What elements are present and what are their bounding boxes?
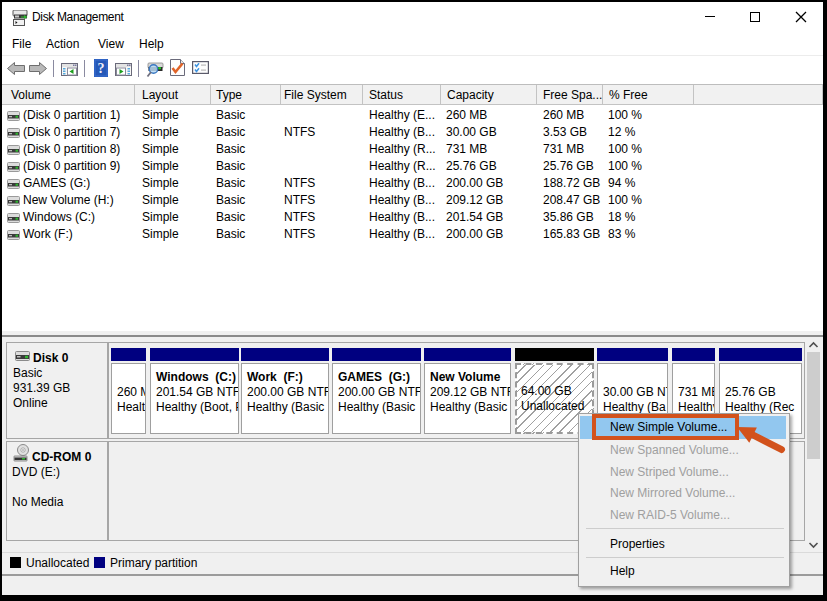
svg-text:?: ? bbox=[98, 61, 105, 76]
